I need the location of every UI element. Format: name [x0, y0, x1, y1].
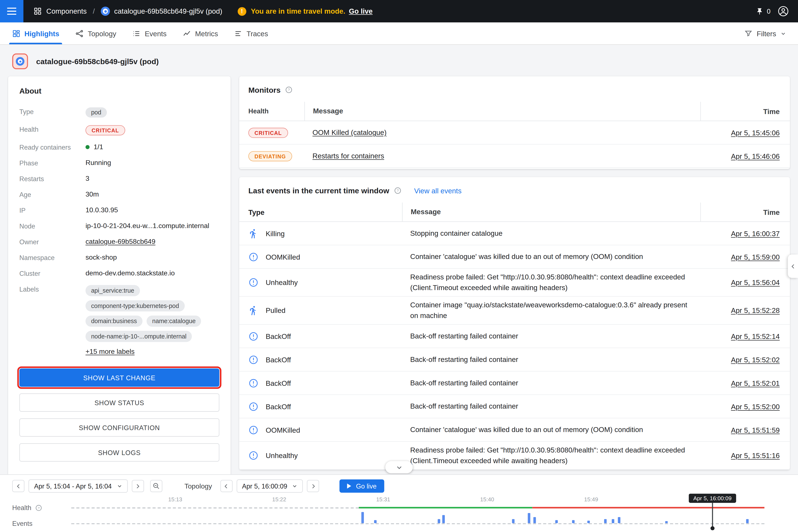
monitor-time-link[interactable]: Apr 5, 15:45:06 — [731, 129, 780, 137]
tab-label: Highlights — [24, 29, 59, 37]
about-button-show-status[interactable]: SHOW STATUS — [19, 394, 219, 412]
tab-metrics[interactable]: Metrics — [175, 22, 226, 44]
event-time-link[interactable]: Apr 5, 15:51:59 — [731, 426, 780, 434]
pin-button[interactable]: 0 — [756, 7, 771, 15]
menu-button[interactable] — [0, 0, 23, 22]
breadcrumb: Components / catalogue-69b58cb649-gjl5v … — [34, 6, 222, 16]
cursor-dot[interactable] — [710, 526, 715, 530]
field-label: Owner — [19, 236, 86, 246]
owner-link[interactable]: catalogue-69b58cb649 — [86, 238, 155, 245]
about-button-show-logs[interactable]: SHOW LOGS — [19, 443, 219, 462]
range-next-button[interactable] — [132, 480, 144, 492]
field-label: Namespace — [19, 252, 86, 262]
event-type-cell: Unhealthy — [239, 277, 402, 287]
more-labels-link[interactable]: +15 more labels — [86, 348, 134, 355]
events-baseline — [71, 523, 764, 524]
about-fields: TypepodHealthCRITICALReady containers1/1… — [19, 106, 219, 355]
collapse-panel-button[interactable] — [788, 254, 798, 278]
label-chip: api_service:true — [86, 285, 140, 296]
field-label: Type — [19, 106, 86, 115]
topology-time-select[interactable]: Apr 5, 16:00:09 — [236, 479, 303, 493]
tab-topology[interactable]: Topology — [68, 22, 125, 44]
tab-highlights[interactable]: Highlights — [4, 22, 68, 44]
monitor-message-link[interactable]: Restarts for containers — [312, 152, 384, 160]
event-type-cell: Pulled — [239, 305, 402, 316]
topology-prev-button[interactable] — [220, 480, 232, 492]
topbar: Components / catalogue-69b58cb649-gjl5v … — [0, 0, 798, 22]
cursor-line[interactable] — [712, 503, 713, 528]
monitors-title: Monitors — [248, 86, 281, 94]
event-time-link[interactable]: Apr 5, 15:52:01 — [731, 379, 780, 387]
page-header: catalogue-69b58cb649-gjl5v (pod) — [0, 45, 798, 76]
event-type-cell: BackOff — [239, 355, 402, 365]
go-live-button[interactable]: Go live — [340, 479, 384, 493]
event-time-link[interactable]: Apr 5, 15:59:00 — [731, 253, 780, 261]
view-all-events-link[interactable]: View all events — [414, 187, 461, 195]
topology-icon — [75, 29, 83, 37]
event-time-link[interactable]: Apr 5, 15:56:04 — [731, 278, 780, 286]
traces-icon — [234, 29, 242, 37]
event-time-link[interactable]: Apr 5, 15:52:00 — [731, 402, 780, 411]
field-value: 1/1 — [86, 142, 103, 151]
help-icon[interactable]: ? — [285, 86, 293, 94]
monitor-row: DEVIATINGRestarts for containersApr 5, 1… — [239, 145, 790, 168]
event-bar — [528, 513, 530, 523]
event-bar — [665, 521, 668, 523]
help-icon[interactable]: ? — [394, 187, 401, 194]
about-field-row: Nodeip-10-0-21-204.eu-w...1.compute.inte… — [19, 221, 219, 230]
event-time-cell: Apr 5, 15:52:01 — [700, 379, 790, 387]
about-field-row: Age30m — [19, 189, 219, 198]
range-prev-button[interactable] — [12, 480, 24, 492]
event-row: BackOffBack-off restarting failed contai… — [239, 395, 790, 418]
field-label: IP — [19, 205, 86, 214]
event-time-link[interactable]: Apr 5, 15:52:28 — [731, 306, 780, 315]
tab-traces[interactable]: Traces — [226, 22, 276, 44]
type-badge: pod — [86, 108, 107, 118]
about-button-show-configuration[interactable]: SHOW CONFIGURATION — [19, 418, 219, 437]
event-time-link[interactable]: Apr 5, 15:52:14 — [731, 332, 780, 340]
event-bar — [374, 520, 376, 523]
event-type-label: OOMKilled — [266, 253, 300, 261]
monitor-time-link[interactable]: Apr 5, 15:46:06 — [731, 152, 780, 160]
about-button-show-last-change[interactable]: SHOW LAST CHANGE — [19, 368, 219, 387]
running-icon — [248, 228, 259, 239]
right-column: Monitors ? HealthMessageTime CRITICALOOM… — [239, 76, 790, 470]
topology-next-button[interactable] — [307, 480, 319, 492]
cards-row: About TypepodHealthCRITICALReady contain… — [0, 76, 798, 474]
event-time-cell: Apr 5, 15:51:59 — [700, 426, 790, 434]
event-time-link[interactable]: Apr 5, 15:52:02 — [731, 356, 780, 364]
event-time-link[interactable]: Apr 5, 15:51:16 — [731, 452, 780, 459]
breadcrumb-components[interactable]: Components — [46, 7, 87, 15]
filters-button[interactable]: Filters — [744, 22, 798, 44]
event-row: BackOffBack-off restarting failed contai… — [239, 348, 790, 372]
event-message: Back-off restarting failed container — [402, 378, 700, 388]
event-type-cell: BackOff — [239, 331, 402, 341]
expand-events-button[interactable] — [385, 461, 413, 473]
event-type-label: OOMKilled — [266, 426, 300, 434]
monitor-row: CRITICALOOM Killed (catalogue)Apr 5, 15:… — [239, 121, 790, 145]
event-bar — [604, 519, 607, 523]
tab-events[interactable]: Events — [125, 22, 175, 44]
go-live-link[interactable]: Go live — [349, 7, 373, 15]
funnel-icon — [744, 30, 752, 37]
event-time-link[interactable]: Apr 5, 16:00:37 — [731, 229, 780, 238]
event-bar — [618, 517, 621, 523]
field-label: Age — [19, 189, 86, 198]
pin-count: 0 — [767, 7, 771, 15]
help-icon[interactable]: ? — [35, 504, 42, 511]
pin-icon — [756, 7, 763, 15]
monitor-health-badge: DEVIATING — [248, 151, 292, 161]
time-range-select[interactable]: Apr 5, 15:04 - Apr 5, 16:04 — [28, 479, 128, 493]
avatar[interactable] — [778, 5, 789, 17]
monitor-message-link[interactable]: OOM Killed (catalogue) — [312, 128, 386, 136]
event-type-label: BackOff — [266, 356, 291, 364]
label-chip: name:catalogue — [147, 316, 201, 327]
warning-icon — [238, 7, 246, 16]
metrics-icon — [183, 29, 191, 37]
monitors-column-header: Message — [304, 102, 700, 121]
alert-icon — [248, 331, 259, 341]
zoom-out-button[interactable] — [150, 480, 162, 492]
timeline-controls: Apr 5, 15:04 - Apr 5, 16:04 Topology Apr… — [12, 479, 384, 493]
breadcrumb-entity[interactable]: catalogue-69b58cb649-gjl5v (pod) — [114, 7, 222, 15]
topology-label: Topology — [185, 482, 212, 490]
